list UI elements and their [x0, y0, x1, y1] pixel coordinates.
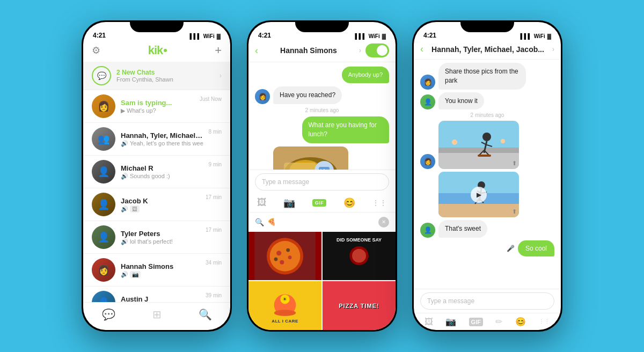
message-bubble: You know it: [438, 92, 484, 110]
conv-header: ‹ Hannah Simons ›: [248, 41, 396, 62]
message-row: 👤 That's sweet: [420, 220, 554, 238]
chat-time: 39 min: [206, 292, 222, 298]
gif-button[interactable]: GIF: [469, 318, 483, 326]
wifi-icon: WiFi: [534, 33, 545, 39]
chat-name: Tyler Peters: [121, 230, 200, 238]
gif-item[interactable]: PIZZA TIME!: [323, 281, 396, 330]
new-chats-bar[interactable]: 💬 2 New Chats From Cynthia, Shawn ›: [83, 62, 230, 90]
input-placeholder: Type a message: [427, 297, 474, 305]
gif-item[interactable]: DID SOMEONE SAY: [323, 232, 396, 281]
list-item[interactable]: 👥 Hannah, Tyler, Michael, R... 🔊 Yeah, l…: [83, 123, 230, 156]
nav-search-icon[interactable]: 🔍: [199, 308, 212, 321]
svg-rect-3: [284, 163, 316, 170]
video-call-toggle[interactable]: [365, 43, 389, 57]
sender-avatar: 👩: [420, 75, 435, 90]
emoji-button[interactable]: 😊: [515, 317, 526, 327]
camera-button[interactable]: 📷: [445, 317, 456, 327]
food-image: LA CROIX: [273, 146, 348, 170]
more-button[interactable]: ⋮⋮: [372, 199, 387, 207]
message-input[interactable]: Type a message: [420, 292, 554, 310]
chat-preview: 🔊 📷: [121, 271, 200, 278]
gear-icon[interactable]: ⚙: [92, 45, 100, 56]
list-item[interactable]: 👩 Sam is typing... ▶ What's up? Just Now: [83, 90, 230, 123]
group-title: Hannah, Tyler, Michael, Jacob...: [428, 45, 548, 54]
gif-item[interactable]: [248, 232, 321, 281]
new-chats-avatar: 💬: [92, 66, 111, 85]
gif-search-bar: 🔍 ✕: [248, 212, 396, 232]
avatar: 👩: [92, 258, 115, 282]
chat-preview: 🔊 Yeah, let's go there this weekend...: [121, 140, 203, 147]
preview-icon: 🔊: [121, 173, 128, 180]
battery-icon: ▓: [382, 33, 386, 39]
list-item[interactable]: 👤 Tyler Peters 🔊 lol that's perfect! 17 …: [83, 221, 230, 254]
group-chevron-icon: ›: [552, 46, 554, 53]
photo-library-button[interactable]: 🖼: [425, 317, 433, 327]
upload-icon[interactable]: ⬆: [512, 208, 517, 215]
svg-point-32: [452, 140, 457, 145]
mic-icon: 🎤: [507, 245, 515, 252]
gif-search-clear-button[interactable]: ✕: [378, 217, 389, 228]
svg-point-11: [276, 251, 281, 255]
bottom-nav: 💬 ⊞ 🔍: [83, 302, 230, 330]
messages-area: Anybody up? 👩 Have you reached? 2 minute…: [248, 62, 396, 170]
conv-title: Hannah Simons: [262, 46, 355, 55]
upload-icon[interactable]: ⬆: [512, 160, 517, 167]
message-input-bar: Type a message: [248, 170, 396, 194]
list-item[interactable]: 👩 Hannah Simons 🔊 📷 34 min: [83, 254, 230, 287]
svg-point-19: [274, 310, 296, 316]
kik-dot: [164, 49, 167, 52]
preview-icon: ▶: [121, 107, 125, 114]
chat-list-header: ⚙ kik +: [83, 41, 230, 62]
chat-name: Michael R: [121, 164, 203, 172]
notch-3: [460, 20, 514, 32]
chat-info: Austin J 🔊 I'll let you know by tonight!: [121, 295, 200, 303]
message-row: 👩: [420, 121, 554, 169]
status-time-2: 4:21: [258, 32, 271, 39]
more-button[interactable]: ⋮⋮: [538, 318, 550, 325]
media-toolbar: 🖼 📷 GIF ✏ 😊 ⋮⋮: [414, 313, 561, 330]
chat-name: Sam is typing...: [121, 99, 194, 107]
avatar: 👤: [92, 160, 115, 184]
new-chat-button[interactable]: +: [215, 43, 222, 57]
signal-icon: ▌▌▌: [355, 33, 366, 39]
chat-name: Jacob K: [121, 197, 200, 205]
media-toolbar: 🖼 📷 GIF 😊 ⋮⋮: [248, 194, 396, 212]
chat-preview: ▶ What's up?: [121, 107, 194, 114]
nav-chat-icon[interactable]: 💬: [102, 308, 115, 321]
avatar: 👤: [92, 193, 115, 216]
pen-button[interactable]: ✏: [495, 317, 502, 327]
gif-search-input[interactable]: [267, 215, 375, 230]
video-play-button[interactable]: ▶: [471, 187, 487, 203]
new-chats-sublabel: From Cynthia, Shawn: [116, 76, 173, 83]
new-chats-info: 2 New Chats From Cynthia, Shawn: [116, 69, 173, 83]
sender-avatar: 👤: [420, 223, 435, 238]
svg-text:☀: ☀: [283, 296, 288, 302]
chat-preview: 🔊 🖼: [121, 206, 200, 212]
group-conv-header: ‹ Hannah, Tyler, Michael, Jacob... ›: [414, 41, 561, 60]
list-item[interactable]: 👤 Michael R 🔊 Sounds good :) 9 min: [83, 156, 230, 188]
list-item[interactable]: 👤 Austin J 🔊 I'll let you know by tonigh…: [83, 287, 230, 302]
photo-library-button[interactable]: 🖼: [257, 197, 267, 208]
back-button[interactable]: ‹: [255, 45, 258, 56]
new-chats-label: 2 New Chats: [116, 69, 173, 76]
gif-item[interactable]: ☀ ALL I CARE: [248, 281, 321, 330]
nav-grid-icon[interactable]: ⊞: [152, 308, 162, 321]
kik-logo: kik: [148, 43, 167, 57]
chat-info: Michael R 🔊 Sounds good :): [121, 164, 203, 180]
emoji-button[interactable]: 😊: [343, 197, 355, 209]
chat-time: 8 min: [209, 129, 222, 135]
sender-avatar: 👩: [255, 89, 270, 104]
gif-button[interactable]: GIF: [312, 199, 327, 207]
camera-button[interactable]: 📷: [283, 197, 295, 209]
group-messages-area: 👩 Share those pics from the park 👤 You k…: [414, 60, 561, 289]
back-button[interactable]: ‹: [420, 43, 423, 55]
notch-1: [130, 20, 184, 32]
svg-rect-35: [438, 204, 519, 217]
message-input[interactable]: Type a message: [255, 173, 389, 190]
message-bubble: So cool: [518, 240, 554, 256]
status-time-3: 4:21: [423, 32, 436, 39]
chat-info: Sam is typing... ▶ What's up?: [121, 99, 194, 114]
list-item[interactable]: 👤 Jacob K 🔊 🖼 17 min: [83, 188, 230, 221]
svg-point-12: [288, 255, 292, 259]
message-bubble: Have you reached?: [273, 86, 342, 104]
